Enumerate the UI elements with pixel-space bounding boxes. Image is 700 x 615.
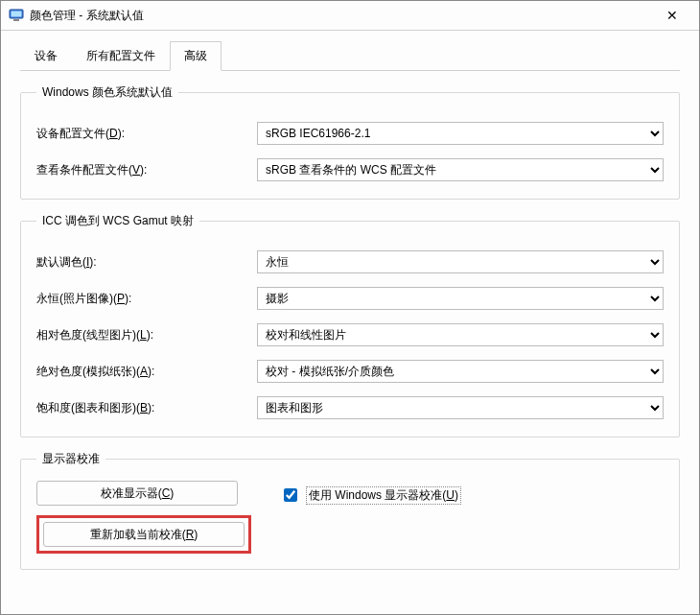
color-management-window: 颜色管理 - 系统默认值 ✕ 设备 所有配置文件 高级 Windows 颜色系统…	[0, 0, 700, 615]
device-profile-select[interactable]: sRGB IEC61966-2.1	[257, 122, 664, 145]
calibration-buttons: 校准显示器(C) 重新加载当前校准(R)	[36, 481, 251, 554]
reload-calibration-button[interactable]: 重新加载当前校准(R)	[43, 522, 245, 547]
tab-devices[interactable]: 设备	[20, 41, 72, 71]
use-windows-calibration-checkbox[interactable]	[284, 488, 297, 502]
saturation-select[interactable]: 图表和图形	[257, 396, 664, 419]
viewing-profile-label: 查看条件配置文件(V):	[36, 162, 257, 178]
perceptual-label: 永恒(照片图像)(P):	[36, 291, 257, 307]
calibrate-display-button[interactable]: 校准显示器(C)	[36, 481, 238, 506]
group-display-calibration-legend: 显示器校准	[36, 451, 105, 467]
default-rendering-label: 默认调色(I):	[36, 254, 257, 271]
use-windows-calibration-label[interactable]: 使用 Windows 显示器校准(U)	[306, 486, 461, 505]
absolute-select[interactable]: 校对 - 模拟纸张/介质颜色	[257, 360, 664, 383]
tab-advanced[interactable]: 高级	[170, 41, 222, 71]
svg-rect-2	[13, 19, 19, 21]
group-windows-defaults: Windows 颜色系统默认值 设备配置文件(D): sRGB IEC61966…	[20, 84, 680, 200]
group-windows-defaults-legend: Windows 颜色系统默认值	[36, 84, 178, 101]
perceptual-select[interactable]: 摄影	[257, 287, 664, 310]
default-rendering-select[interactable]: 永恒	[257, 250, 664, 273]
saturation-label: 饱和度(图表和图形)(B):	[36, 400, 257, 416]
relative-label: 相对色度(线型图片)(L):	[36, 327, 257, 343]
window-title: 颜色管理 - 系统默认值	[30, 8, 653, 24]
tab-all-profiles[interactable]: 所有配置文件	[72, 41, 170, 71]
color-management-icon	[9, 8, 24, 23]
group-gamut-mapping: ICC 调色到 WCS Gamut 映射 默认调色(I): 永恒 永恒(照片图像…	[20, 213, 680, 438]
viewing-profile-select[interactable]: sRGB 查看条件的 WCS 配置文件	[257, 158, 664, 181]
group-display-calibration: 显示器校准 校准显示器(C) 重新加载当前校准(R) 使用 Windows 显示…	[20, 451, 680, 570]
reload-calibration-highlight: 重新加载当前校准(R)	[36, 515, 251, 554]
device-profile-label: 设备配置文件(D):	[36, 126, 257, 142]
device-profile-row: 设备配置文件(D): sRGB IEC61966-2.1	[36, 122, 664, 145]
viewing-profile-row: 查看条件配置文件(V): sRGB 查看条件的 WCS 配置文件	[36, 158, 664, 181]
dialog-body: 设备 所有配置文件 高级 Windows 颜色系统默认值 设备配置文件(D): …	[1, 31, 699, 614]
svg-rect-1	[12, 12, 22, 17]
titlebar: 颜色管理 - 系统默认值 ✕	[1, 1, 699, 31]
relative-select[interactable]: 校对和线性图片	[257, 323, 664, 346]
tab-bar: 设备 所有配置文件 高级	[20, 40, 680, 71]
close-button[interactable]: ✕	[653, 8, 691, 23]
absolute-label: 绝对色度(模拟纸张)(A):	[36, 364, 257, 380]
group-gamut-mapping-legend: ICC 调色到 WCS Gamut 映射	[36, 213, 199, 229]
use-windows-calibration-row: 使用 Windows 显示器校准(U)	[280, 485, 461, 505]
